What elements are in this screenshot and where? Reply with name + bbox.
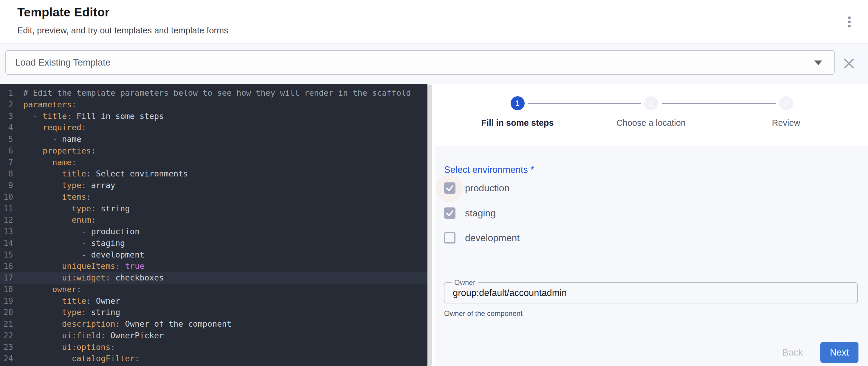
code-line-22[interactable]: 22 ui:field: OwnerPicker [0, 330, 428, 341]
line-number: 17 [0, 272, 13, 284]
line-number: 16 [0, 261, 13, 272]
code-line-15[interactable]: 15 - development [0, 249, 428, 261]
line-number: 23 [0, 341, 13, 353]
editor-scrollbar[interactable] [428, 84, 432, 366]
dropdown-arrow-icon [814, 61, 822, 65]
line-number: 2 [0, 99, 13, 111]
code-text: ui:field: OwnerPicker [13, 330, 164, 341]
code-text: required: [13, 122, 86, 133]
code-line-13[interactable]: 13 - production [0, 226, 428, 238]
checkbox-label[interactable]: development [465, 233, 520, 244]
code-line-5[interactable]: 5 - name [0, 133, 428, 145]
code-text: parameters: [13, 99, 76, 111]
code-line-6[interactable]: 6 properties: [0, 145, 428, 157]
checkbox-box [444, 232, 456, 244]
line-number: 20 [0, 307, 13, 318]
checkbox-label[interactable]: staging [465, 208, 496, 219]
line-number: 3 [0, 111, 13, 122]
line-number: 4 [0, 122, 13, 133]
code-text: - name [13, 133, 82, 145]
kebab-dot [848, 21, 851, 23]
code-text: owner: [13, 284, 82, 295]
code-line-14[interactable]: 14 - staging [0, 238, 428, 249]
code-line-11[interactable]: 11 type: string [0, 203, 428, 215]
code-line-1[interactable]: 1# Edit the template parameters below to… [0, 87, 428, 99]
stepper-step-review[interactable]: 3 Review [723, 84, 848, 128]
template-loader-bar: Load Existing Template [0, 44, 868, 84]
line-number: 14 [0, 238, 13, 249]
more-options-button[interactable] [841, 13, 857, 31]
field-label-text: Select environments [444, 164, 528, 175]
code-line-8[interactable]: 8 title: Select environments [0, 168, 428, 180]
step-number-badge: 3 [779, 96, 793, 110]
stepper-step-choose-a-location[interactable]: 2 Choose a location [588, 84, 714, 128]
code-line-4[interactable]: 4 required: [0, 122, 428, 133]
code-line-18[interactable]: 18 owner: [0, 284, 428, 295]
line-number: 18 [0, 284, 13, 295]
code-text: ui:options: [13, 341, 115, 353]
kebab-dot [848, 25, 851, 27]
code-text: uniqueItems: true [13, 261, 144, 272]
code-line-17[interactable]: 17 ui:widget: checkboxes [0, 272, 428, 284]
checkbox-row-production[interactable]: production [444, 181, 509, 195]
load-existing-template-label: Load Existing Template [15, 57, 111, 68]
form-paper: Select environments * production staging [435, 146, 868, 366]
code-line-9[interactable]: 9 type: array [0, 180, 428, 191]
load-existing-template-select[interactable]: Load Existing Template [5, 50, 835, 75]
code-editor[interactable]: 1# Edit the template parameters below to… [0, 84, 428, 366]
code-line-20[interactable]: 20 type: string [0, 307, 428, 318]
code-line-24[interactable]: 24 catalogFilter: [0, 353, 428, 365]
code-text: name: [13, 157, 76, 169]
back-button[interactable]: Back [775, 342, 810, 363]
checkmark-icon [444, 182, 456, 194]
code-line-19[interactable]: 19 title: Owner [0, 295, 428, 307]
checkbox-production[interactable] [444, 182, 456, 194]
close-icon [844, 58, 854, 68]
page-header: Template Editor Edit, preview, and try o… [0, 0, 868, 43]
code-line-2[interactable]: 2parameters: [0, 99, 428, 111]
stepper-step-fill-in-some-steps[interactable]: 1 Fill in some steps [455, 84, 580, 128]
code-line-16[interactable]: 16 uniqueItems: true [0, 261, 428, 272]
line-number: 5 [0, 133, 13, 145]
code-text: type: string [13, 307, 120, 318]
code-text: title: Owner [13, 295, 120, 307]
code-text: - staging [13, 238, 125, 249]
line-number: 10 [0, 191, 13, 203]
code-line-21[interactable]: 21 description: Owner of the component [0, 318, 428, 330]
line-number: 19 [0, 295, 13, 307]
code-text: title: Select environments [13, 168, 188, 180]
code-text: type: array [13, 180, 115, 191]
step-number-badge: 2 [644, 96, 658, 110]
code-text: items: [13, 191, 91, 203]
code-line-23[interactable]: 23 ui:options: [0, 341, 428, 353]
owner-input[interactable] [453, 283, 846, 303]
checkbox-label[interactable]: production [465, 183, 509, 194]
step-label: Review [723, 118, 848, 128]
checkbox-development[interactable] [444, 232, 456, 244]
step-label: Choose a location [588, 118, 714, 128]
step-number-badge: 1 [510, 96, 525, 110]
line-number: 9 [0, 180, 13, 191]
checkbox-staging[interactable] [444, 208, 456, 219]
code-line-7[interactable]: 7 name: [0, 157, 428, 169]
code-line-3[interactable]: 3 - title: Fill in some steps [0, 111, 428, 122]
checkbox-row-staging[interactable]: staging [444, 206, 496, 220]
code-text: enum: [13, 214, 96, 226]
code-text: - development [13, 249, 144, 261]
code-text: catalogFilter: [13, 353, 140, 365]
select-environments-label: Select environments * [444, 164, 534, 175]
line-number: 24 [0, 353, 13, 365]
next-button[interactable]: Next [820, 342, 859, 363]
line-number: 13 [0, 226, 13, 238]
owner-helper-text: Owner of the component [444, 309, 523, 318]
code-text: properties: [13, 145, 96, 157]
line-number: 11 [0, 203, 13, 215]
template-preview-panel: 1 Fill in some steps 2 Choose a location… [432, 84, 868, 366]
checkbox-row-development[interactable]: development [444, 231, 520, 245]
close-button[interactable] [840, 55, 858, 72]
code-text: description: Owner of the component [13, 318, 231, 330]
required-marker: * [531, 164, 534, 175]
code-text: - title: Fill in some steps [13, 111, 164, 122]
code-line-10[interactable]: 10 items: [0, 191, 428, 203]
code-line-12[interactable]: 12 enum: [0, 214, 428, 226]
